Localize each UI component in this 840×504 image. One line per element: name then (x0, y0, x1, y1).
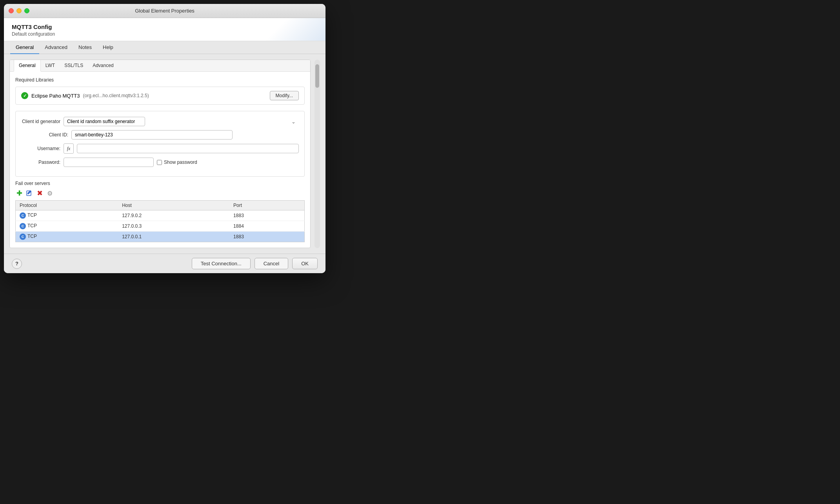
protocol-icon: C (20, 223, 26, 229)
traffic-lights (9, 8, 29, 13)
cell-host: 127.0.0.1 (118, 232, 229, 242)
tab-advanced-inner[interactable]: Advanced (88, 60, 118, 72)
username-input[interactable] (77, 144, 299, 153)
dialog-footer: ? Test Connection... Cancel OK (4, 254, 325, 273)
client-id-generator-wrapper: Client id random suffix generator (64, 117, 299, 126)
password-row: Password: Show password (21, 158, 299, 167)
minimize-button[interactable] (16, 8, 22, 13)
protocol-icon: C (20, 234, 26, 240)
library-id: (org.ecl...ho.client.mqttv3:1.2.5) (83, 93, 149, 98)
window-title: Global Element Properties (135, 8, 195, 14)
cell-port: 1884 (229, 221, 304, 232)
table-row[interactable]: CTCP 127.0.0.3 1884 (16, 221, 305, 232)
dialog-body: General LWT SSL/TLS Advanced Required Li… (4, 54, 325, 254)
test-connection-button[interactable]: Test Connection... (192, 258, 251, 269)
cell-protocol: CTCP (16, 232, 118, 242)
footer-right: Test Connection... Cancel OK (192, 258, 318, 269)
close-button[interactable] (9, 8, 14, 13)
col-host: Host (118, 201, 229, 210)
cell-host: 127.9.0.2 (118, 210, 229, 221)
col-protocol: Protocol (16, 201, 118, 210)
client-id-input[interactable] (71, 130, 233, 140)
cell-protocol: CTCP (16, 221, 118, 232)
maximize-button[interactable] (24, 8, 29, 13)
password-input[interactable] (64, 158, 154, 167)
tab-lwt-inner[interactable]: LWT (41, 60, 60, 72)
library-section: ✓ Eclipse Paho MQTT3 (org.ecl...ho.clien… (15, 87, 305, 105)
library-status-icon: ✓ (21, 92, 28, 99)
show-password-text: Show password (164, 160, 197, 165)
cancel-button[interactable]: Cancel (255, 258, 288, 269)
tab-help-outer[interactable]: Help (97, 41, 119, 54)
main-panel: General LWT SSL/TLS Advanced Required Li… (9, 60, 311, 248)
username-fx-button[interactable]: fx (64, 143, 74, 154)
username-row: Username: fx (21, 143, 299, 154)
library-info: ✓ Eclipse Paho MQTT3 (org.ecl...ho.clien… (21, 92, 149, 99)
panel-content: Required Libraries ✓ Eclipse Paho MQTT3 … (10, 72, 310, 248)
client-id-label: Client ID: (29, 132, 68, 138)
library-name: Eclipse Paho MQTT3 (31, 93, 80, 99)
table-row[interactable]: CTCP 127.9.0.2 1883 (16, 210, 305, 221)
failover-toolbar: ✚ ✖ ⚙ (15, 189, 305, 197)
cell-port: 1883 (229, 232, 304, 242)
show-password-label[interactable]: Show password (157, 160, 197, 165)
add-server-icon[interactable]: ✚ (15, 189, 23, 197)
help-button[interactable]: ? (12, 259, 22, 269)
required-libraries-label: Required Libraries (15, 77, 305, 83)
outer-tab-bar: General Advanced Notes Help (4, 41, 325, 54)
client-id-generator-select[interactable]: Client id random suffix generator (64, 117, 145, 126)
cell-protocol: CTCP (16, 210, 118, 221)
client-id-generator-row: Client id generator Client id random suf… (21, 117, 299, 126)
tab-ssl-tls-inner[interactable]: SSL/TLS (60, 60, 88, 72)
scrollbar-thumb[interactable] (315, 64, 319, 88)
client-id-generator-label: Client id generator (21, 119, 60, 124)
tab-general-outer[interactable]: General (10, 41, 39, 54)
tab-general-inner[interactable]: General (14, 60, 41, 72)
footer-left: ? (12, 259, 22, 269)
table-header-row: Protocol Host Port (16, 201, 305, 210)
table-row[interactable]: CTCP 127.0.0.1 1883 (16, 232, 305, 242)
scrollbar[interactable] (315, 60, 320, 248)
form-section: Client id generator Client id random suf… (15, 111, 305, 177)
protocol-icon: C (20, 212, 26, 219)
delete-server-icon[interactable]: ✖ (36, 189, 44, 197)
modify-button[interactable]: Modify... (270, 91, 299, 100)
ok-button[interactable]: OK (292, 258, 318, 269)
dialog-header: MQTT3 Config Default configuration (4, 18, 325, 41)
inner-tab-bar: General LWT SSL/TLS Advanced (10, 60, 310, 72)
col-port: Port (229, 201, 304, 210)
show-password-checkbox[interactable] (157, 160, 162, 165)
cell-host: 127.0.0.3 (118, 221, 229, 232)
tab-notes-outer[interactable]: Notes (73, 41, 97, 54)
servers-table: Protocol Host Port CTCP 127.9.0.2 1883 C… (15, 200, 305, 242)
edit-server-icon[interactable] (25, 189, 33, 197)
settings-server-icon[interactable]: ⚙ (46, 189, 54, 197)
header-bg-decoration (247, 18, 325, 41)
tab-advanced-outer[interactable]: Advanced (39, 41, 73, 54)
cell-port: 1883 (229, 210, 304, 221)
dialog-window: Global Element Properties MQTT3 Config D… (4, 4, 325, 273)
failover-section: Fail over servers ✚ ✖ ⚙ (15, 181, 305, 242)
password-label: Password: (21, 160, 60, 165)
failover-label: Fail over servers (15, 181, 305, 186)
username-label: Username: (21, 146, 60, 151)
client-id-row: Client ID: (21, 130, 299, 140)
title-bar: Global Element Properties (4, 4, 325, 18)
